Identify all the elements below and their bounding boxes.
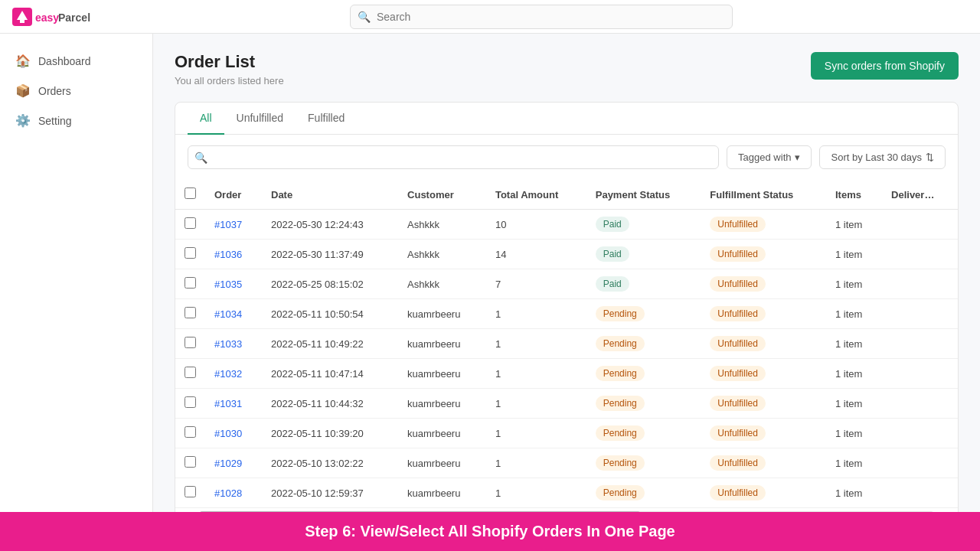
order-link[interactable]: #1033 (214, 338, 242, 350)
global-search-input[interactable] (350, 5, 733, 29)
tab-all[interactable]: All (188, 103, 224, 135)
sort-button[interactable]: Sort by Last 30 days ⇅ (819, 145, 946, 169)
filters-row: 🔍 Tagged with ▾ Sort by Last 30 days ⇅ (175, 135, 958, 180)
fulfillment-status-badge: Unfulfilled (710, 217, 766, 232)
row-delivery (882, 419, 958, 448)
logo: easy Parcel (12, 5, 96, 29)
col-customer: Customer (398, 180, 486, 210)
sidebar-item-setting[interactable]: ⚙️ Setting (0, 106, 152, 135)
row-fulfillment-status: Unfulfilled (701, 448, 826, 478)
order-link[interactable]: #1029 (214, 458, 242, 469)
svg-rect-2 (20, 17, 24, 23)
row-date: 2022-05-11 10:49:22 (262, 329, 398, 359)
fulfillment-status-badge: Unfulfilled (710, 276, 766, 292)
row-checkbox-cell (175, 240, 205, 269)
filter-search-wrap: 🔍 (188, 145, 719, 169)
row-items: 1 item (826, 299, 882, 329)
row-customer: Ashkkk (398, 210, 486, 240)
order-link[interactable]: #1037 (214, 219, 242, 230)
orders-icon: 📦 (15, 83, 31, 98)
sidebar-item-orders[interactable]: 📦 Orders (0, 76, 152, 106)
payment-status-badge: Pending (596, 485, 645, 500)
order-link[interactable]: #1035 (214, 279, 242, 290)
sidebar-item-label: Dashboard (38, 55, 91, 67)
payment-status-badge: Paid (596, 246, 629, 262)
row-items: 1 item (826, 210, 882, 240)
payment-status-badge: Pending (596, 396, 645, 411)
row-payment-status: Pending (586, 329, 701, 359)
row-order: #1031 (205, 389, 262, 419)
global-search-bar: 🔍 (350, 5, 733, 29)
row-order: #1034 (205, 299, 262, 329)
row-total: 1 (486, 478, 586, 508)
row-checkbox-cell (175, 269, 205, 299)
select-all-checkbox[interactable] (185, 187, 196, 199)
fulfillment-status-badge: Unfulfilled (710, 425, 766, 441)
row-customer: kuamrbeeru (398, 329, 486, 359)
row-checkbox[interactable] (185, 277, 196, 289)
row-total: 1 (486, 359, 586, 389)
table-row: #1035 2022-05-25 08:15:02 Ashkkk 7 Paid … (175, 269, 958, 299)
sync-orders-button[interactable]: Sync orders from Shopify (811, 52, 959, 80)
row-order: #1032 (205, 359, 262, 389)
order-link[interactable]: #1028 (214, 487, 242, 499)
row-checkbox[interactable] (185, 247, 196, 259)
row-payment-status: Pending (586, 359, 701, 389)
payment-status-badge: Paid (596, 217, 629, 232)
row-date: 2022-05-10 12:59:37 (262, 478, 398, 508)
tabs-bar: All Unfulfilled Fulfilled (175, 103, 958, 135)
row-checkbox[interactable] (185, 367, 196, 378)
row-delivery (882, 359, 958, 389)
page-header: Order List You all orders listed here Sy… (175, 52, 959, 86)
banner-text: Step 6: View/Select All Shopify Orders I… (305, 523, 675, 540)
col-delivery: Deliver… (882, 180, 958, 210)
row-checkbox[interactable] (185, 486, 196, 497)
filter-search-input[interactable] (188, 145, 719, 169)
row-checkbox[interactable] (185, 307, 196, 318)
row-checkbox-cell (175, 359, 205, 389)
tab-unfulfilled[interactable]: Unfulfilled (224, 103, 296, 135)
sidebar-item-dashboard[interactable]: 🏠 Dashboard (0, 46, 152, 76)
row-checkbox-cell (175, 419, 205, 448)
topbar: easy Parcel 🔍 (0, 0, 980, 34)
fulfillment-status-badge: Unfulfilled (710, 306, 766, 321)
col-fulfillment-status: Fulfillment Status (701, 180, 826, 210)
col-payment-status: Payment Status (586, 180, 701, 210)
page-subtitle: You all orders listed here (175, 75, 284, 86)
row-order: #1028 (205, 478, 262, 508)
order-link[interactable]: #1034 (214, 308, 242, 320)
table-row: #1031 2022-05-11 10:44:32 kuamrbeeru 1 P… (175, 389, 958, 419)
svg-text:easy: easy (35, 11, 59, 24)
row-checkbox[interactable] (185, 456, 196, 468)
row-fulfillment-status: Unfulfilled (701, 359, 826, 389)
row-payment-status: Pending (586, 389, 701, 419)
row-fulfillment-status: Unfulfilled (701, 299, 826, 329)
order-link[interactable]: #1036 (214, 249, 242, 260)
row-checkbox[interactable] (185, 426, 196, 438)
payment-status-badge: Pending (596, 336, 645, 351)
row-fulfillment-status: Unfulfilled (701, 269, 826, 299)
row-total: 14 (486, 240, 586, 269)
row-fulfillment-status: Unfulfilled (701, 478, 826, 508)
order-link[interactable]: #1031 (214, 398, 242, 409)
order-link[interactable]: #1032 (214, 368, 242, 380)
page-title-group: Order List You all orders listed here (175, 52, 284, 86)
row-total: 1 (486, 329, 586, 359)
payment-status-badge: Pending (596, 425, 645, 441)
row-total: 1 (486, 419, 586, 448)
tagged-with-button[interactable]: Tagged with ▾ (727, 145, 812, 169)
row-delivery (882, 448, 958, 478)
tab-fulfilled[interactable]: Fulfilled (296, 103, 357, 135)
order-link[interactable]: #1030 (214, 428, 242, 439)
row-checkbox[interactable] (185, 337, 196, 348)
table-row: #1034 2022-05-11 10:50:54 kuamrbeeru 1 P… (175, 299, 958, 329)
row-date: 2022-05-11 10:50:54 (262, 299, 398, 329)
row-checkbox[interactable] (185, 396, 196, 408)
table-row: #1037 2022-05-30 12:24:43 Ashkkk 10 Paid… (175, 210, 958, 240)
row-checkbox[interactable] (185, 217, 196, 229)
row-delivery (882, 478, 958, 508)
row-order: #1033 (205, 329, 262, 359)
row-items: 1 item (826, 329, 882, 359)
table-row: #1036 2022-05-30 11:37:49 Ashkkk 14 Paid… (175, 240, 958, 269)
sort-arrows-icon: ⇅ (926, 152, 934, 163)
